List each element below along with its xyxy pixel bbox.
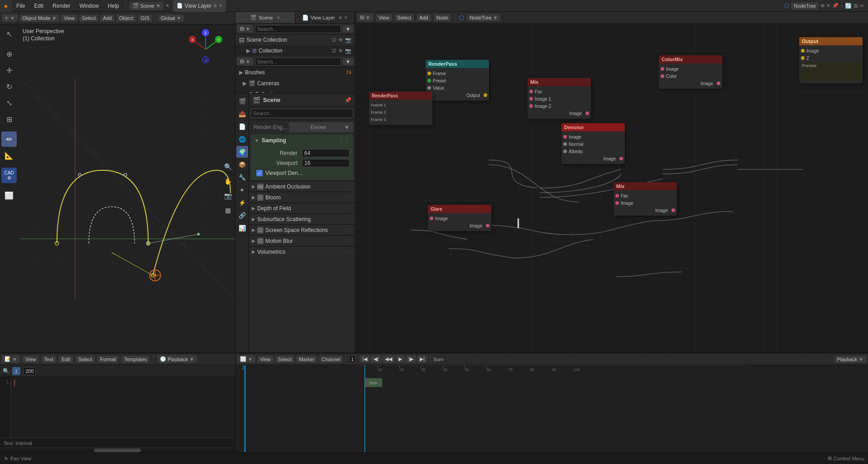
view-layer-tab-close[interactable]: ✕ — [344, 15, 348, 20]
output-props-btn[interactable]: 📤 — [236, 108, 248, 120]
timeline-view[interactable]: View — [257, 356, 273, 363]
data-search[interactable] — [255, 58, 341, 66]
current-frame-input[interactable]: 1 — [349, 355, 356, 363]
render-value[interactable]: 64 — [302, 149, 350, 157]
scene-tab-close[interactable]: ✕ — [277, 15, 280, 20]
physics-props-btn[interactable]: ⚡ — [236, 197, 248, 208]
mb-dots[interactable]: ⋮⋮ — [343, 238, 352, 243]
nodetree-selector[interactable]: NodeTree ▼ — [467, 14, 500, 21]
node-view-menu[interactable]: View — [376, 14, 392, 21]
menu-edit[interactable]: Edit — [29, 0, 48, 12]
nodetree-dropdown[interactable]: NodeTree — [791, 2, 819, 10]
prev-keyframe-btn[interactable]: ◀| — [371, 355, 381, 363]
timeline-content[interactable]: 1 10 20 30 40 50 60 70 80 90 100 — [235, 365, 868, 452]
magnify-btn[interactable]: 🔍 — [221, 160, 234, 173]
text-area[interactable]: | — [11, 377, 235, 438]
measure-tool[interactable]: 📐 — [1, 148, 17, 163]
next-keyframe-btn[interactable]: |▶ — [406, 355, 416, 363]
node-select-menu[interactable]: Select — [395, 14, 414, 21]
menu-file[interactable]: File — [12, 0, 29, 12]
node-add-menu[interactable]: Add — [417, 14, 431, 21]
scene-props-btn[interactable]: 🌐 — [236, 133, 248, 145]
object-menu[interactable]: Object — [116, 14, 136, 22]
view-layer-tab[interactable]: 📄 View Layer ⊕ ✕ — [295, 12, 355, 23]
collections-item[interactable]: ▶ ⊞ Collections — [235, 89, 355, 93]
rotate-tool[interactable]: ↻ — [1, 79, 17, 94]
collection-item[interactable]: ▶ ⊞ Collection ☑ 👁 📷 — [235, 45, 355, 56]
nodetree-pin[interactable]: 📌 — [832, 3, 839, 9]
bloom-dots[interactable]: ⋮⋮ — [343, 195, 352, 200]
text-text-menu[interactable]: Text — [42, 356, 56, 363]
ssr-section[interactable]: ▶ ☐ Screen Space Reflections ⋮⋮ — [249, 224, 355, 235]
nodetree-close[interactable]: ✕ — [826, 3, 830, 9]
timeline-channel[interactable]: Channel — [319, 356, 343, 363]
node-small-red[interactable]: Glare Image Image — [428, 205, 491, 231]
constraints-props-btn[interactable]: 🔗 — [236, 209, 248, 221]
toolbar-icon-2[interactable]: 🔄 — [845, 3, 852, 9]
move-tool[interactable]: ✛ — [1, 63, 17, 78]
ssr-checkbox[interactable]: ☐ — [257, 227, 264, 233]
render-engine-dropdown[interactable]: Eevee ▼ — [289, 122, 353, 132]
outliner-filter[interactable]: ▼ — [343, 25, 353, 33]
playback-btn[interactable]: 🕐 Playback ▼ — [157, 355, 197, 363]
checkbox-icon[interactable]: ☑ — [332, 37, 336, 43]
node-red-lower[interactable]: Denoise Image Normal Albedo Image — [561, 123, 625, 164]
view-layer-tab-copy[interactable]: ⊕ — [339, 15, 342, 20]
data-block-type[interactable]: ⊟ ▼ — [237, 58, 253, 65]
nodetree-copy[interactable]: ⊕ — [820, 3, 825, 9]
node-lower-cluster[interactable]: Mix Fac Image Image — [614, 182, 677, 216]
play-reverse-btn[interactable]: ◀◀ — [382, 355, 395, 363]
menu-help[interactable]: Help — [103, 0, 124, 12]
select-tool[interactable]: ↖ — [1, 26, 17, 42]
toolbar-icon-3[interactable]: ⊞ — [854, 3, 858, 9]
text-format-menu[interactable]: Format — [97, 356, 119, 363]
scene-tab[interactable]: 🎬 Scene ✕ — [235, 12, 295, 23]
collection-camera[interactable]: 📷 — [345, 48, 351, 54]
viewport-denoising-checkbox[interactable]: ✓ — [256, 170, 263, 176]
prop-search-input[interactable] — [251, 109, 353, 118]
text-view-menu[interactable]: View — [23, 356, 39, 363]
bloom-checkbox[interactable]: ☐ — [257, 194, 264, 201]
text-edit-menu[interactable]: Edit — [59, 356, 73, 363]
ao-dots[interactable]: ⋮⋮ — [343, 184, 352, 189]
brushes-item[interactable]: ▶ Brushes 74 — [235, 67, 355, 78]
render-props-btn[interactable]: 🎬 — [236, 95, 248, 107]
text-select-menu[interactable]: Select — [76, 356, 95, 363]
gis-menu[interactable]: GIS — [138, 14, 152, 22]
play-btn[interactable]: ▶ — [396, 355, 405, 363]
sampling-header[interactable]: ▼ Sampling ⋮⋮ — [251, 135, 353, 146]
text-h-scrollbar[interactable] — [0, 448, 235, 452]
editor-type-dropdown[interactable]: ⊹ ▼ — [2, 14, 18, 22]
data-filter[interactable]: ▼ — [343, 58, 353, 65]
node-frame-inner[interactable]: RenderPass Frame 1 Frame 2 Frame 3 — [369, 92, 432, 125]
menu-window[interactable]: Window — [75, 0, 103, 12]
text-templates-menu[interactable]: Templates — [121, 356, 149, 363]
frame-jump-1[interactable]: 1 — [12, 367, 20, 375]
dof-dots[interactable]: ⋮⋮ — [343, 206, 352, 211]
node-node-menu[interactable]: Node — [434, 14, 451, 21]
toolbar-icon-4[interactable]: ✂ — [860, 3, 864, 9]
cursor-tool[interactable]: ⊕ — [1, 46, 17, 62]
volumetrics-section[interactable]: ▶ Volumetrics ⋮⋮ — [249, 246, 355, 257]
text-editor-type[interactable]: 📝 ▼ — [2, 355, 20, 363]
select-menu[interactable]: Select — [79, 14, 99, 22]
depth-of-field-section[interactable]: ▶ Depth of Field ⋮⋮ — [249, 203, 355, 213]
global-dropdown[interactable]: Global ▼ — [158, 14, 184, 22]
mb-checkbox[interactable]: ☐ — [257, 238, 264, 244]
cameras-item[interactable]: ▶ 🎬 Cameras — [235, 78, 355, 89]
pin-icon[interactable]: 📌 — [345, 97, 351, 103]
render-preview-btn[interactable]: ▦ — [221, 204, 234, 217]
mode-dropdown[interactable]: Object Mode ▼ — [19, 14, 59, 22]
node-pink-1[interactable]: Mix Fac Image 1 Image 2 Image — [528, 78, 591, 119]
bloom-section[interactable]: ▶ ☐ Bloom ⋮⋮ — [249, 192, 355, 203]
annotate-tool[interactable]: ✏ — [1, 131, 17, 147]
collection-checkbox[interactable]: ☑ — [332, 48, 336, 54]
viewport-3d[interactable]: ↖ ⊕ ✛ ↻ ⤡ ⊞ ✏ 📐 CAD⚙ ⬜ User Perspective … — [0, 24, 235, 353]
eye-icon[interactable]: 👁 — [338, 37, 343, 43]
scale-tool[interactable]: ⤡ — [1, 95, 17, 111]
jump-start-btn[interactable]: |◀ — [360, 355, 370, 363]
frame-end-input[interactable]: 200 — [23, 367, 36, 375]
viewport-value[interactable]: 16 — [302, 159, 350, 167]
timeline-type[interactable]: ⬜ ▼ — [237, 355, 255, 363]
modifier-props-btn[interactable]: 🔧 — [236, 171, 248, 183]
